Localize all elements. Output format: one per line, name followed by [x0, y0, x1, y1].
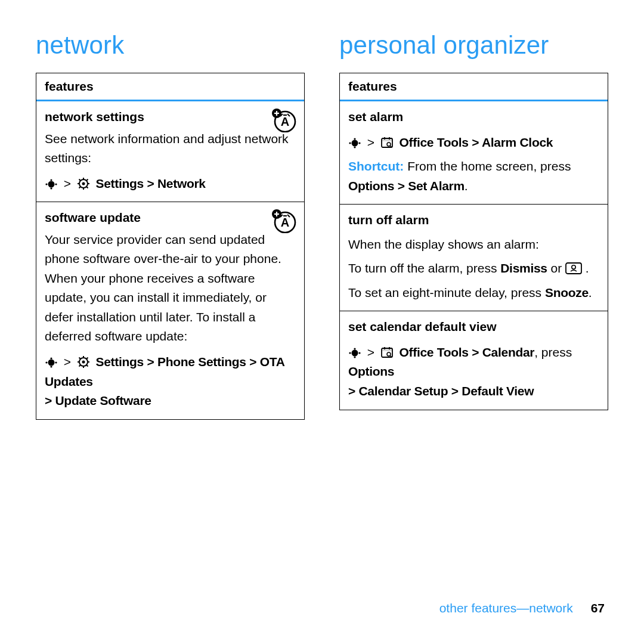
footer-label: other features—network [439, 601, 573, 615]
path-network-settings: > Settings > Network [45, 174, 296, 194]
heading-network: network [36, 31, 305, 60]
center-key-icon [45, 176, 58, 187]
svg-point-32 [45, 361, 47, 363]
svg-rect-57 [566, 263, 581, 274]
svg-point-58 [572, 265, 575, 269]
row-set-alarm: set alarm > Office Tools > Alarm Clock S… [340, 101, 608, 205]
svg-rect-52 [382, 138, 392, 141]
snooze-line: To set an eight-minute delay, press Snoo… [348, 283, 599, 303]
left-column: network features A network set [36, 31, 305, 420]
svg-point-31 [48, 360, 55, 366]
svg-text:A: A [281, 115, 289, 128]
svg-line-20 [86, 187, 88, 188]
right-column: personal organizer features set alarm > … [339, 31, 608, 420]
center-key-icon [45, 354, 58, 365]
row-calendar-default: set calendar default view > Office Tools… [340, 311, 608, 409]
svg-point-59 [352, 349, 358, 356]
svg-point-33 [55, 361, 57, 363]
svg-point-37 [82, 361, 85, 364]
svg-line-22 [86, 179, 88, 180]
path-software-update: > Settings > Phone Settings > OTA Update… [45, 352, 296, 411]
title-turn-off-alarm: turn off alarm [348, 210, 599, 230]
title-calendar-default: set calendar default view [348, 317, 599, 337]
shortcut-line: Shortcut: From the home screen, press Op… [348, 157, 599, 196]
svg-point-11 [50, 179, 52, 181]
gear-icon [77, 177, 90, 190]
antenna-badge-icon: A [271, 106, 297, 132]
svg-text:A: A [281, 216, 289, 229]
center-key-icon [348, 345, 361, 355]
organizer-table: features set alarm > Office Tools > Alar… [339, 73, 608, 410]
path-calendar-default: > Office Tools > Calendar, press Options… [348, 343, 599, 401]
dismiss-line: To turn off the alarm, press Dismiss or … [348, 259, 599, 278]
desc-network-settings: See network information and adjust netwo… [45, 132, 289, 165]
center-key-icon [348, 135, 361, 145]
svg-point-61 [358, 352, 360, 354]
svg-point-46 [352, 140, 358, 146]
svg-point-9 [45, 183, 47, 185]
svg-line-45 [86, 358, 88, 359]
page-number: 67 [591, 601, 605, 615]
svg-point-47 [349, 142, 351, 144]
end-key-icon [565, 261, 582, 274]
office-tools-icon [380, 135, 394, 148]
svg-point-8 [48, 181, 55, 187]
svg-line-42 [79, 358, 80, 359]
svg-point-49 [354, 138, 355, 140]
title-software-update: software update [45, 208, 296, 228]
svg-rect-65 [382, 348, 392, 351]
svg-point-35 [50, 366, 52, 367]
antenna-badge-icon: A [271, 207, 297, 233]
title-network-settings: network settings [45, 107, 296, 127]
path-text: Settings > Network [96, 177, 206, 190]
svg-point-10 [55, 183, 57, 185]
row-turn-off-alarm: turn off alarm When the display shows an… [340, 205, 608, 311]
svg-line-44 [79, 365, 80, 366]
gear-icon [77, 355, 90, 368]
svg-point-63 [354, 356, 355, 358]
row-software-update: A software update Your service provider … [36, 202, 304, 419]
para-software-update: Your service provider can send updated p… [45, 233, 281, 343]
svg-point-50 [354, 146, 355, 148]
svg-point-62 [354, 348, 355, 349]
network-table: features A network settings See n [36, 73, 305, 420]
svg-point-60 [349, 352, 351, 354]
svg-line-21 [79, 187, 80, 188]
svg-point-12 [50, 187, 52, 189]
page-footer: other features—network 67 [439, 601, 605, 615]
row-network-settings: A network settings See network informati… [36, 101, 304, 202]
svg-line-19 [79, 179, 80, 180]
features-header-left: features [36, 73, 304, 101]
svg-line-43 [86, 365, 88, 366]
svg-point-34 [50, 357, 52, 359]
path-set-alarm: > Office Tools > Alarm Clock [348, 133, 599, 153]
features-header-right: features [340, 73, 608, 101]
heading-organizer: personal organizer [339, 31, 608, 60]
svg-point-48 [358, 142, 360, 144]
svg-point-14 [82, 182, 85, 185]
office-tools-icon [380, 345, 394, 358]
title-set-alarm: set alarm [348, 107, 599, 127]
